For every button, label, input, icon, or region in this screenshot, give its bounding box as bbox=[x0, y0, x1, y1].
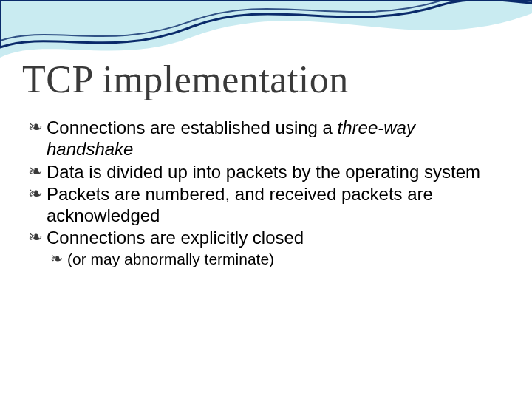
bullet-glyph-icon: ❧ bbox=[50, 250, 64, 269]
sub-bullet-item: ❧ (or may abnormally terminate) bbox=[50, 250, 504, 269]
bullet-text-pre: Data is divided up into packets by the o… bbox=[47, 162, 480, 182]
bullet-text: Connections are explicitly closed bbox=[47, 227, 504, 248]
bullet-text-pre: Packets are numbered, and received packe… bbox=[47, 184, 433, 225]
bullet-item: ❧ Packets are numbered, and received pac… bbox=[28, 183, 504, 227]
slide-body: ❧ Connections are established using a th… bbox=[28, 117, 504, 269]
bullet-text: (or may abnormally terminate) bbox=[67, 250, 504, 269]
slide-title: TCP implementation bbox=[22, 58, 349, 101]
slide: TCP implementation ❧ Connections are est… bbox=[0, 0, 532, 399]
bullet-glyph-icon: ❧ bbox=[28, 117, 43, 138]
bullet-text: Connections are established using a thre… bbox=[47, 117, 504, 160]
bullet-item: ❧ Connections are established using a th… bbox=[28, 117, 504, 160]
bullet-text-pre: Connections are established using a bbox=[47, 117, 338, 137]
bullet-text-pre: (or may abnormally terminate) bbox=[67, 250, 274, 267]
bullet-glyph-icon: ❧ bbox=[28, 227, 43, 248]
bullet-glyph-icon: ❧ bbox=[28, 183, 43, 205]
bullet-text: Data is divided up into packets by the o… bbox=[47, 161, 504, 183]
bullet-item: ❧ Data is divided up into packets by the… bbox=[28, 161, 504, 183]
bullet-text-pre: Connections are explicitly closed bbox=[47, 228, 304, 248]
bullet-glyph-icon: ❧ bbox=[28, 161, 43, 183]
bullet-item: ❧ Connections are explicitly closed bbox=[28, 227, 504, 248]
bullet-text: Packets are numbered, and received packe… bbox=[47, 183, 504, 227]
